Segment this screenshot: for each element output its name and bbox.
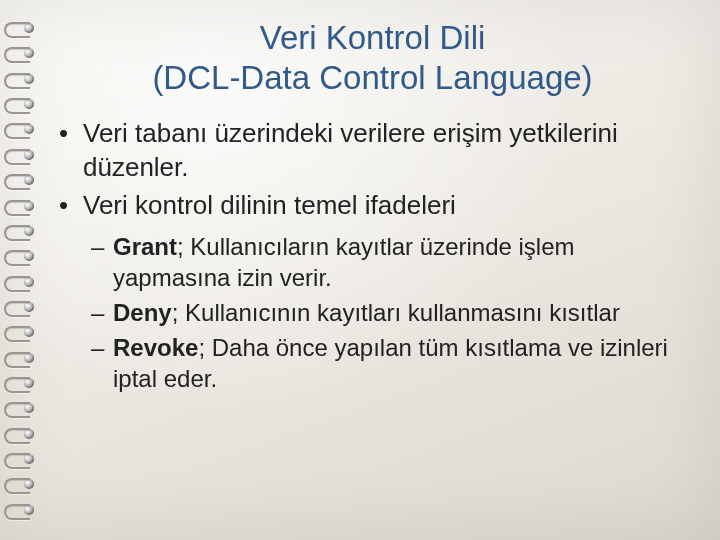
slide-content: Veri Kontrol Dili (DCL-Data Control Lang… [55,18,690,399]
bullet-item: Veri kontrol dilinin temel ifadeleri Gra… [55,189,690,395]
slide-page: Veri Kontrol Dili (DCL-Data Control Lang… [0,0,720,540]
bullet-text: Veri tabanı üzerindeki verilere erişim y… [83,118,618,182]
bullet-text: Veri kontrol dilinin temel ifadeleri [83,190,456,220]
spiral-binding [10,20,40,520]
bullet-item: Veri tabanı üzerindeki verilere erişim y… [55,117,690,185]
title-line-1: Veri Kontrol Dili [260,19,486,56]
bullet-list: Veri tabanı üzerindeki verilere erişim y… [55,117,690,394]
sub-item: Deny; Kullanıcının kayıtları kullanmasın… [91,297,690,328]
title-line-2: (DCL-Data Control Language) [152,59,592,96]
sub-term: Deny [113,299,172,326]
sub-desc: ; Kullanıcının kayıtları kullanmasını kı… [172,299,620,326]
sub-term: Revoke [113,334,198,361]
sub-term: Grant [113,233,177,260]
sub-list: Grant; Kullanıcıların kayıtlar üzerinde … [83,231,690,395]
sub-item: Grant; Kullanıcıların kayıtlar üzerinde … [91,231,690,293]
sub-desc: ; Kullanıcıların kayıtlar üzerinde işlem… [113,233,575,291]
slide-title: Veri Kontrol Dili (DCL-Data Control Lang… [55,18,690,97]
sub-item: Revoke; Daha önce yapılan tüm kısıtlama … [91,332,690,394]
